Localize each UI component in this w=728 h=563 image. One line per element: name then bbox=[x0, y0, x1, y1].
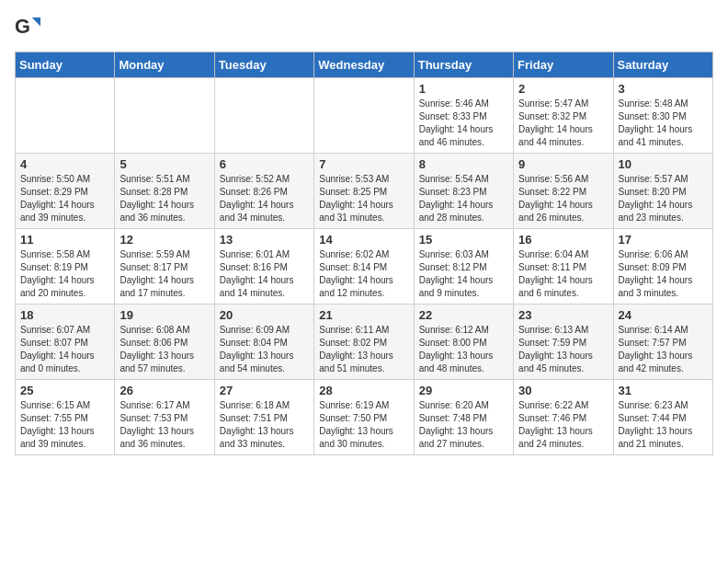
calendar-cell: 27Sunrise: 6:18 AM Sunset: 7:51 PM Dayli… bbox=[214, 380, 313, 455]
day-number: 11 bbox=[20, 233, 109, 247]
calendar-cell: 30Sunrise: 6:22 AM Sunset: 7:46 PM Dayli… bbox=[514, 380, 613, 455]
day-info: Sunrise: 5:50 AM Sunset: 8:29 PM Dayligh… bbox=[20, 173, 109, 224]
calendar-cell: 9Sunrise: 5:56 AM Sunset: 8:22 PM Daylig… bbox=[514, 154, 613, 229]
calendar-cell: 24Sunrise: 6:14 AM Sunset: 7:57 PM Dayli… bbox=[613, 304, 712, 380]
calendar-cell: 13Sunrise: 6:01 AM Sunset: 8:16 PM Dayli… bbox=[214, 229, 313, 304]
day-number: 3 bbox=[619, 82, 708, 96]
day-info: Sunrise: 5:57 AM Sunset: 8:20 PM Dayligh… bbox=[619, 173, 708, 224]
day-number: 23 bbox=[518, 308, 608, 322]
calendar-cell bbox=[115, 78, 214, 154]
calendar-cell: 31Sunrise: 6:23 AM Sunset: 7:44 PM Dayli… bbox=[613, 380, 712, 455]
calendar-cell: 15Sunrise: 6:03 AM Sunset: 8:12 PM Dayli… bbox=[414, 229, 513, 304]
day-info: Sunrise: 6:17 AM Sunset: 7:53 PM Dayligh… bbox=[119, 399, 209, 451]
calendar-cell: 11Sunrise: 5:58 AM Sunset: 8:19 PM Dayli… bbox=[16, 229, 115, 304]
calendar-cell: 5Sunrise: 5:51 AM Sunset: 8:28 PM Daylig… bbox=[115, 154, 214, 229]
day-info: Sunrise: 6:19 AM Sunset: 7:50 PM Dayligh… bbox=[319, 399, 408, 451]
day-info: Sunrise: 5:51 AM Sunset: 8:28 PM Dayligh… bbox=[119, 173, 209, 224]
calendar-cell: 14Sunrise: 6:02 AM Sunset: 8:14 PM Dayli… bbox=[314, 229, 414, 304]
weekday-header-friday: Friday bbox=[514, 52, 613, 78]
calendar-cell: 7Sunrise: 5:53 AM Sunset: 8:25 PM Daylig… bbox=[314, 154, 414, 229]
day-info: Sunrise: 5:52 AM Sunset: 8:26 PM Dayligh… bbox=[220, 173, 309, 224]
calendar-cell: 18Sunrise: 6:07 AM Sunset: 8:07 PM Dayli… bbox=[16, 304, 115, 380]
day-number: 4 bbox=[20, 157, 109, 171]
day-number: 5 bbox=[119, 157, 209, 171]
calendar-cell: 29Sunrise: 6:20 AM Sunset: 7:48 PM Dayli… bbox=[414, 380, 513, 455]
day-number: 26 bbox=[119, 384, 209, 397]
calendar-cell: 4Sunrise: 5:50 AM Sunset: 8:29 PM Daylig… bbox=[16, 154, 115, 229]
day-info: Sunrise: 5:56 AM Sunset: 8:22 PM Dayligh… bbox=[518, 173, 608, 224]
day-number: 15 bbox=[419, 233, 508, 247]
calendar-cell: 16Sunrise: 6:04 AM Sunset: 8:11 PM Dayli… bbox=[514, 229, 613, 304]
day-number: 1 bbox=[419, 82, 508, 96]
weekday-header-monday: Monday bbox=[115, 52, 214, 78]
day-number: 20 bbox=[220, 308, 309, 322]
calendar-cell: 19Sunrise: 6:08 AM Sunset: 8:06 PM Dayli… bbox=[115, 304, 214, 380]
day-number: 18 bbox=[20, 308, 109, 322]
day-info: Sunrise: 6:01 AM Sunset: 8:16 PM Dayligh… bbox=[220, 248, 309, 300]
day-info: Sunrise: 6:20 AM Sunset: 7:48 PM Dayligh… bbox=[419, 399, 508, 451]
day-info: Sunrise: 6:06 AM Sunset: 8:09 PM Dayligh… bbox=[619, 248, 708, 300]
calendar-cell bbox=[214, 78, 313, 154]
day-number: 7 bbox=[319, 157, 408, 171]
day-number: 22 bbox=[419, 308, 508, 322]
day-number: 30 bbox=[518, 384, 608, 397]
calendar-week-3: 11Sunrise: 5:58 AM Sunset: 8:19 PM Dayli… bbox=[16, 229, 713, 304]
day-info: Sunrise: 6:07 AM Sunset: 8:07 PM Dayligh… bbox=[20, 324, 109, 375]
weekday-header-thursday: Thursday bbox=[414, 52, 513, 78]
calendar-week-2: 4Sunrise: 5:50 AM Sunset: 8:29 PM Daylig… bbox=[16, 154, 713, 229]
day-info: Sunrise: 6:09 AM Sunset: 8:04 PM Dayligh… bbox=[220, 324, 309, 375]
calendar-week-4: 18Sunrise: 6:07 AM Sunset: 8:07 PM Dayli… bbox=[16, 304, 713, 380]
day-number: 6 bbox=[220, 157, 309, 171]
logo: G bbox=[15, 15, 44, 40]
day-info: Sunrise: 6:02 AM Sunset: 8:14 PM Dayligh… bbox=[319, 248, 408, 300]
calendar-cell: 21Sunrise: 6:11 AM Sunset: 8:02 PM Dayli… bbox=[314, 304, 414, 380]
day-number: 8 bbox=[419, 157, 508, 171]
calendar-cell: 28Sunrise: 6:19 AM Sunset: 7:50 PM Dayli… bbox=[314, 380, 414, 455]
day-info: Sunrise: 5:59 AM Sunset: 8:17 PM Dayligh… bbox=[119, 248, 209, 300]
day-number: 29 bbox=[419, 384, 508, 397]
header: G bbox=[15, 15, 713, 40]
day-info: Sunrise: 6:12 AM Sunset: 8:00 PM Dayligh… bbox=[419, 324, 508, 375]
day-info: Sunrise: 6:04 AM Sunset: 8:11 PM Dayligh… bbox=[518, 248, 608, 300]
calendar-cell: 1Sunrise: 5:46 AM Sunset: 8:33 PM Daylig… bbox=[414, 78, 513, 154]
calendar-cell: 2Sunrise: 5:47 AM Sunset: 8:32 PM Daylig… bbox=[514, 78, 613, 154]
day-info: Sunrise: 6:15 AM Sunset: 7:55 PM Dayligh… bbox=[20, 399, 109, 451]
calendar-cell bbox=[16, 78, 115, 154]
day-number: 9 bbox=[518, 157, 608, 171]
day-number: 27 bbox=[220, 384, 309, 397]
day-number: 16 bbox=[518, 233, 608, 247]
weekday-header-sunday: Sunday bbox=[16, 52, 115, 78]
day-number: 24 bbox=[619, 308, 708, 322]
calendar-cell: 10Sunrise: 5:57 AM Sunset: 8:20 PM Dayli… bbox=[613, 154, 712, 229]
day-info: Sunrise: 6:14 AM Sunset: 7:57 PM Dayligh… bbox=[619, 324, 708, 375]
day-number: 10 bbox=[619, 157, 708, 171]
day-number: 25 bbox=[20, 384, 109, 397]
calendar-cell: 25Sunrise: 6:15 AM Sunset: 7:55 PM Dayli… bbox=[16, 380, 115, 455]
calendar-cell: 3Sunrise: 5:48 AM Sunset: 8:30 PM Daylig… bbox=[613, 78, 712, 154]
day-number: 14 bbox=[319, 233, 408, 247]
day-number: 28 bbox=[319, 384, 408, 397]
calendar-cell: 12Sunrise: 5:59 AM Sunset: 8:17 PM Dayli… bbox=[115, 229, 214, 304]
day-info: Sunrise: 5:48 AM Sunset: 8:30 PM Dayligh… bbox=[619, 98, 708, 149]
calendar-cell: 26Sunrise: 6:17 AM Sunset: 7:53 PM Dayli… bbox=[115, 380, 214, 455]
weekday-header-saturday: Saturday bbox=[613, 52, 712, 78]
weekday-header-tuesday: Tuesday bbox=[214, 52, 313, 78]
weekday-header-row: SundayMondayTuesdayWednesdayThursdayFrid… bbox=[16, 52, 713, 78]
svg-marker-1 bbox=[32, 17, 40, 26]
day-info: Sunrise: 5:53 AM Sunset: 8:25 PM Dayligh… bbox=[319, 173, 408, 224]
day-info: Sunrise: 6:08 AM Sunset: 8:06 PM Dayligh… bbox=[119, 324, 209, 375]
day-info: Sunrise: 5:54 AM Sunset: 8:23 PM Dayligh… bbox=[419, 173, 508, 224]
calendar-cell: 22Sunrise: 6:12 AM Sunset: 8:00 PM Dayli… bbox=[414, 304, 513, 380]
day-info: Sunrise: 5:58 AM Sunset: 8:19 PM Dayligh… bbox=[20, 248, 109, 300]
calendar-cell: 20Sunrise: 6:09 AM Sunset: 8:04 PM Dayli… bbox=[214, 304, 313, 380]
calendar-week-1: 1Sunrise: 5:46 AM Sunset: 8:33 PM Daylig… bbox=[16, 78, 713, 154]
day-number: 31 bbox=[619, 384, 708, 397]
day-number: 17 bbox=[619, 233, 708, 247]
day-number: 12 bbox=[119, 233, 209, 247]
weekday-header-wednesday: Wednesday bbox=[314, 52, 414, 78]
generalblue-logo-icon: G bbox=[15, 15, 40, 40]
calendar-cell bbox=[314, 78, 414, 154]
day-number: 13 bbox=[220, 233, 309, 247]
day-info: Sunrise: 6:22 AM Sunset: 7:46 PM Dayligh… bbox=[518, 399, 608, 451]
day-info: Sunrise: 5:46 AM Sunset: 8:33 PM Dayligh… bbox=[419, 98, 508, 149]
